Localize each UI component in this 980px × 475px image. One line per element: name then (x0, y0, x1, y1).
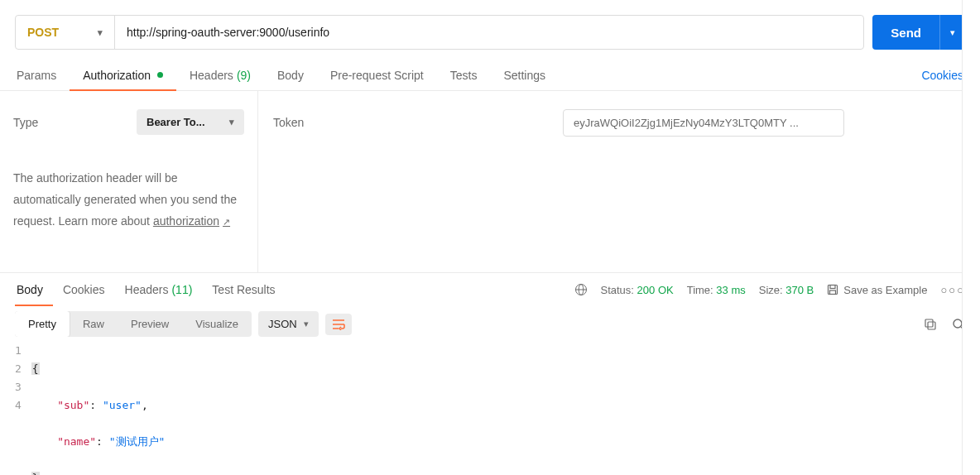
response-tabs: Body Cookies Headers (11) Test Results S… (0, 273, 980, 306)
svg-rect-4 (830, 285, 835, 289)
time-block: Time: 33 ms (687, 284, 746, 296)
auth-type-label: Type (13, 116, 38, 129)
res-tab-test-results[interactable]: Test Results (202, 273, 285, 306)
response-body[interactable]: 1 2 3 4 { "sub": "user", "name": "测试用户" … (0, 342, 980, 475)
svg-rect-5 (830, 290, 836, 295)
send-button[interactable]: Send (872, 15, 939, 50)
method-value: POST (27, 26, 59, 39)
format-select[interactable]: JSON ▾ (258, 311, 319, 337)
chevron-down-icon: ▾ (950, 27, 955, 38)
tab-settings[interactable]: Settings (490, 60, 559, 90)
auth-content: Token eyJraWQiOiI2Zjg1MjEzNy04MzY3LTQ0MT… (258, 91, 980, 272)
auth-sidebar: Type Bearer To... ▾ The authorization he… (0, 91, 258, 272)
status-block: Status: 200 OK (601, 284, 674, 296)
external-link-icon: ↗ (223, 214, 230, 230)
line-gutter: 1 2 3 4 (15, 342, 31, 475)
res-tab-cookies[interactable]: Cookies (53, 273, 115, 306)
cookies-link[interactable]: Cookies (921, 69, 965, 82)
wrap-lines-button[interactable] (325, 314, 352, 335)
auth-description: The authorization header will be automat… (13, 168, 244, 233)
view-visualize[interactable]: Visualize (182, 311, 252, 337)
auth-type-select[interactable]: Bearer To... ▾ (137, 109, 244, 135)
view-pretty[interactable]: Pretty (15, 311, 70, 337)
tab-body[interactable]: Body (264, 60, 317, 90)
token-input[interactable]: eyJraWQiOiI2Zjg1MjEzNy04MzY3LTQ0MTY ... (563, 109, 844, 137)
authorization-pane: Type Bearer To... ▾ The authorization he… (0, 91, 980, 273)
token-label: Token (273, 109, 546, 129)
tab-tests[interactable]: Tests (437, 60, 491, 90)
url-value: http://spring-oauth-server:9000/userinfo (127, 26, 329, 39)
right-rail (962, 0, 980, 475)
send-group: Send ▾ (872, 15, 965, 50)
view-preview[interactable]: Preview (118, 311, 182, 337)
tab-authorization[interactable]: Authorization (70, 60, 176, 90)
chevron-down-icon: ▾ (229, 117, 234, 127)
view-raw[interactable]: Raw (70, 311, 118, 337)
svg-rect-10 (928, 322, 935, 329)
tab-params[interactable]: Params (15, 60, 70, 90)
tab-headers[interactable]: Headers (9) (176, 60, 264, 90)
svg-point-11 (954, 319, 962, 328)
response-view-toolbar: Pretty Raw Preview Visualize JSON ▾ (0, 306, 980, 342)
request-tabs: Params Authorization Headers (9) Body Pr… (0, 60, 980, 91)
copy-button[interactable] (924, 318, 937, 331)
res-tab-body[interactable]: Body (15, 273, 53, 306)
code-content: { "sub": "user", "name": "测试用户" } (31, 342, 166, 475)
svg-rect-9 (925, 319, 933, 327)
save-icon (827, 284, 838, 295)
network-icon[interactable] (574, 283, 588, 296)
wrap-icon (332, 319, 345, 330)
method-select[interactable]: POST ▾ (16, 16, 115, 49)
modified-indicator-icon (157, 72, 163, 78)
chevron-down-icon: ▾ (98, 27, 103, 38)
view-mode-segment: Pretty Raw Preview Visualize (15, 311, 252, 337)
auth-learn-more-link[interactable]: authorization ↗ (153, 211, 230, 233)
chevron-down-icon: ▾ (304, 319, 309, 329)
save-as-example-button[interactable]: Save as Example (827, 284, 927, 296)
res-tab-headers[interactable]: Headers (11) (115, 273, 203, 306)
request-bar: POST ▾ http://spring-oauth-server:9000/u… (15, 15, 864, 50)
tab-prerequest[interactable]: Pre-request Script (317, 60, 437, 90)
size-block: Size: 370 B (759, 284, 814, 296)
copy-icon (924, 318, 937, 331)
url-input[interactable]: http://spring-oauth-server:9000/userinfo (115, 16, 863, 49)
